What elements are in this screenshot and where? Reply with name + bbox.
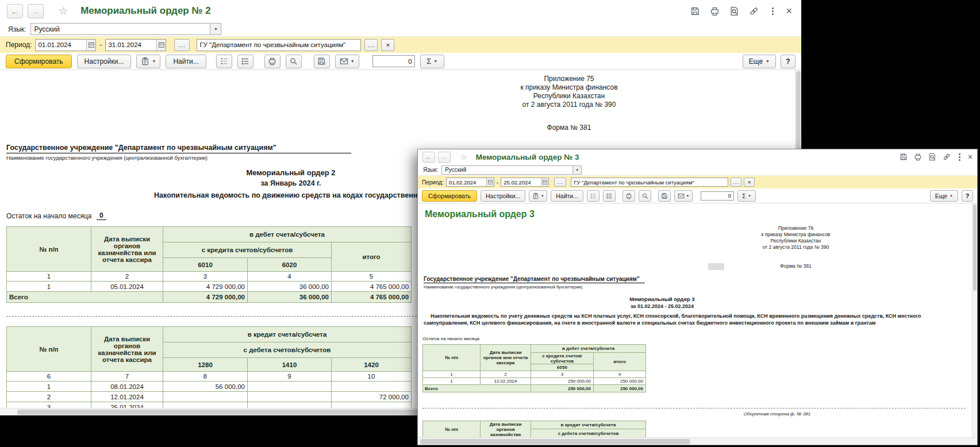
print-preview-button[interactable] — [286, 55, 302, 68]
forward-button[interactable]: → — [28, 4, 44, 18]
period-to-calendar-button[interactable] — [541, 178, 549, 186]
horizontal-scrollbar-thumb[interactable] — [420, 439, 690, 444]
appendix-line: Республики Казахстан — [483, 92, 655, 101]
period-to-input[interactable] — [501, 178, 541, 186]
report-subtitle: Накопительная ведомость по учету денежны… — [424, 313, 967, 326]
more-actions-button[interactable]: Еще ▼ — [930, 190, 958, 202]
sum-value-field[interactable] — [372, 55, 415, 67]
sum-value-input[interactable] — [701, 192, 733, 200]
save-button[interactable] — [690, 6, 700, 16]
autosum-button[interactable]: Σ ▼ — [420, 55, 444, 68]
find-in-document-button[interactable] — [928, 153, 936, 161]
amount-cell — [248, 402, 332, 409]
period-from-input[interactable] — [447, 178, 486, 186]
find-button[interactable]: Найти... — [551, 190, 583, 202]
find-in-document-button[interactable] — [729, 6, 739, 16]
get-link-button[interactable] — [943, 153, 951, 161]
settings-button[interactable]: Настройки... — [77, 55, 132, 68]
more-actions-label: Еще — [935, 192, 947, 199]
period-bar-1: Период: - ... ... × — [0, 37, 801, 53]
help-button[interactable]: ? — [781, 55, 795, 68]
generate-button[interactable]: Сформировать — [6, 55, 72, 68]
find-button[interactable]: Найти... — [166, 55, 206, 68]
language-select[interactable]: Русский ▼ — [441, 165, 582, 175]
organization-clear-button[interactable]: × — [744, 178, 755, 187]
more-actions-button[interactable]: Еще ▼ — [743, 55, 776, 68]
send-email-button[interactable]: ▼ — [335, 55, 359, 68]
period-to-input[interactable] — [106, 40, 156, 51]
language-value: Русский — [31, 24, 210, 34]
total-label-cell: Всего — [7, 292, 163, 303]
header-cell: в дебет счета/субсчета — [531, 345, 646, 353]
print-button[interactable] — [914, 153, 922, 161]
horizontal-scrollbar[interactable] — [418, 437, 977, 445]
close-window-button[interactable]: × — [968, 152, 973, 161]
print-button[interactable] — [710, 6, 720, 16]
period-to-field[interactable] — [501, 178, 549, 187]
period-from-field[interactable] — [35, 39, 96, 51]
vertical-scrollbar[interactable] — [972, 203, 977, 437]
organization-select-button[interactable]: ... — [364, 39, 378, 51]
period-to-field[interactable] — [105, 39, 166, 51]
copy-dropdown-button[interactable]: ▼ — [136, 55, 160, 68]
show-groups-columns-button[interactable] — [603, 190, 616, 202]
period-from-field[interactable] — [446, 178, 494, 187]
organization-input[interactable] — [197, 40, 360, 51]
institution-name: Государственное учреждение "Департамент … — [6, 144, 351, 153]
language-select[interactable]: Русский ▼ — [30, 23, 221, 35]
period-options-button[interactable]: ... — [554, 178, 566, 187]
generate-button[interactable]: Сформировать — [422, 190, 477, 202]
settings-button[interactable]: Настройки... — [481, 190, 525, 202]
data-cell: 1 — [7, 282, 91, 292]
amount-cell: 36 000,00 — [248, 282, 332, 292]
forward-button[interactable]: → — [438, 152, 451, 163]
language-dropdown-button[interactable]: ▼ — [572, 166, 581, 174]
more-menu-button[interactable] — [959, 153, 960, 161]
show-groups-rows-button[interactable] — [587, 190, 599, 202]
save-report-button[interactable] — [314, 55, 330, 68]
total-amount-cell: 4 765 000,00 — [332, 292, 412, 303]
period-to-calendar-button[interactable] — [156, 40, 166, 51]
sigma-icon: Σ — [742, 192, 746, 199]
organization-input[interactable] — [571, 178, 728, 186]
help-button[interactable]: ? — [962, 190, 973, 202]
window-title: Мемориальный ордер № 2 — [80, 5, 210, 17]
more-menu-button[interactable] — [772, 7, 774, 15]
close-window-button[interactable]: × — [786, 5, 792, 17]
save-button[interactable] — [900, 153, 908, 161]
period-options-button[interactable]: ... — [174, 39, 190, 51]
get-link-button[interactable] — [749, 6, 759, 16]
print-report-button[interactable] — [622, 190, 635, 202]
amount-cell — [332, 382, 412, 392]
copy-dropdown-button[interactable]: ▼ — [529, 190, 547, 202]
favorite-star-icon[interactable]: ☆ — [59, 5, 68, 17]
amount-cell: 4 765 000,00 — [332, 282, 412, 292]
sum-value-field[interactable] — [701, 191, 734, 201]
autosum-button[interactable]: Σ ▼ — [737, 190, 756, 202]
organization-select-button[interactable]: ... — [731, 178, 741, 187]
horizontal-scrollbar-thumb[interactable] — [17, 410, 431, 415]
window-title: Мемориальный ордер № 3 — [476, 153, 579, 161]
period-from-calendar-button[interactable] — [86, 40, 96, 51]
organization-clear-button[interactable]: × — [381, 39, 394, 51]
period-from-input[interactable] — [36, 40, 86, 51]
back-button[interactable]: ← — [7, 4, 23, 18]
favorite-star-icon[interactable]: ☆ — [460, 153, 467, 161]
index-cell: 4 — [248, 272, 332, 282]
vertical-scrollbar-thumb[interactable] — [973, 205, 977, 291]
sum-value-input[interactable] — [373, 56, 414, 67]
show-groups-rows-button[interactable] — [216, 55, 232, 68]
save-report-button[interactable] — [658, 190, 671, 202]
appendix-line: к приказу Министра финансов — [483, 83, 655, 92]
period-from-calendar-button[interactable] — [486, 178, 494, 186]
organization-field[interactable] — [197, 39, 361, 51]
header-cell: 1280 — [163, 358, 248, 372]
language-dropdown-button[interactable]: ▼ — [210, 24, 221, 34]
back-button[interactable]: ← — [422, 152, 435, 163]
show-groups-columns-button[interactable] — [237, 55, 253, 68]
print-report-button[interactable] — [264, 55, 280, 68]
calendar-icon — [88, 41, 95, 48]
print-preview-button[interactable] — [639, 190, 651, 202]
send-email-button[interactable]: ▼ — [674, 190, 693, 202]
organization-field[interactable] — [571, 178, 728, 187]
